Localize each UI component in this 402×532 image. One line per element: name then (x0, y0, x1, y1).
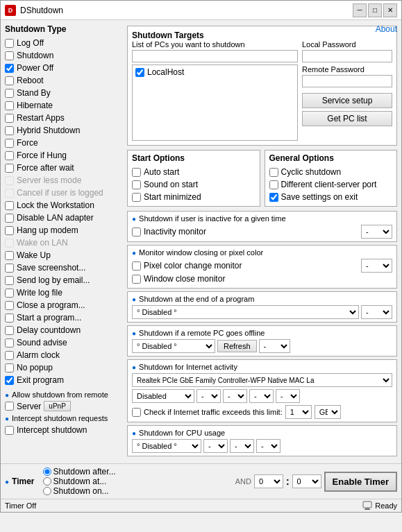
inactivity-monitor-item[interactable]: Inactivity monitor (132, 225, 206, 238)
list-item[interactable]: Hibernate (5, 99, 123, 112)
close-program-checkbox[interactable] (5, 301, 14, 310)
reboot-checkbox[interactable] (5, 76, 14, 85)
cpu-select4[interactable]: - (256, 439, 280, 453)
force-if-hung-checkbox[interactable] (5, 151, 14, 160)
cpu-select[interactable]: ° Disabled ° (132, 439, 201, 453)
program-end-select[interactable]: ° Disabled ° (132, 305, 359, 319)
local-password-input[interactable] (302, 50, 392, 62)
auto-start-checkbox[interactable] (132, 168, 141, 177)
about-link[interactable]: About (376, 24, 397, 34)
standby-checkbox[interactable] (5, 89, 14, 98)
list-item[interactable]: Save screenshot... (5, 261, 123, 274)
list-item[interactable]: Write log file (5, 286, 123, 299)
cyclic-shutdown-checkbox[interactable] (269, 168, 278, 177)
offline-select2[interactable]: - (259, 339, 290, 353)
restart-apps-checkbox[interactable] (5, 114, 14, 123)
service-setup-button[interactable]: Service setup (302, 93, 392, 108)
sound-on-start-checkbox[interactable] (132, 180, 141, 189)
list-item[interactable]: Exit program (5, 374, 123, 386)
list-item[interactable]: Force if Hung (5, 149, 123, 162)
inactivity-monitor-checkbox[interactable] (132, 228, 141, 237)
save-settings-item[interactable]: Save settings on exit (269, 191, 393, 203)
refresh-button[interactable]: Refresh (217, 340, 257, 352)
list-item[interactable]: Shutdown (5, 49, 123, 62)
start-minimized-checkbox[interactable] (132, 193, 141, 202)
list-item[interactable]: Send log by email... (5, 274, 123, 286)
list-item[interactable]: Hang up modem (5, 224, 123, 237)
list-item[interactable]: Lock the Workstation (5, 199, 123, 212)
maximize-button[interactable]: □ (368, 3, 382, 17)
internet-select2[interactable]: - (196, 389, 221, 403)
sound-on-start-item[interactable]: Sound on start (132, 178, 256, 191)
server-checkbox[interactable] (5, 402, 14, 411)
pixel-color-item[interactable]: Pixel color change monitor (132, 259, 242, 272)
list-item[interactable]: Reboot (5, 74, 123, 87)
diff-client-checkbox[interactable] (269, 180, 278, 189)
cpu-select2[interactable]: - (203, 439, 228, 453)
internet-select3[interactable]: - (223, 389, 247, 403)
list-item[interactable]: Sound advise (5, 336, 123, 349)
power-off-checkbox[interactable] (5, 64, 14, 73)
list-item[interactable]: Close a program... (5, 299, 123, 311)
list-item[interactable]: Force (5, 137, 123, 149)
window-close-checkbox[interactable] (132, 275, 141, 284)
list-item[interactable]: Wake Up (5, 249, 123, 261)
exit-program-checkbox[interactable] (5, 376, 14, 385)
pixel-color-checkbox[interactable] (132, 261, 141, 271)
send-log-checkbox[interactable] (5, 276, 14, 285)
shutdown-on-item[interactable]: Shutdown on... (43, 486, 116, 496)
pixel-color-select[interactable]: - (361, 259, 392, 273)
list-item[interactable]: Restart Apps (5, 112, 123, 124)
list-item[interactable]: No popup (5, 361, 123, 374)
internet-select4[interactable]: - (249, 389, 274, 403)
hibernate-checkbox[interactable] (5, 101, 14, 110)
inactivity-select[interactable]: - (361, 225, 392, 239)
shutdown-at-item[interactable]: Shutdown at... (43, 477, 116, 486)
hours-select[interactable]: 0 (254, 474, 283, 488)
minimize-button[interactable]: ─ (353, 3, 367, 17)
offline-select[interactable]: ° Disabled ° (132, 339, 215, 353)
remote-password-input[interactable] (302, 75, 392, 87)
list-item[interactable]: Hybrid Shutdown (5, 124, 123, 137)
shutdown-at-radio[interactable] (43, 477, 51, 486)
internet-select5[interactable]: - (276, 389, 300, 403)
list-item[interactable]: Power Off (5, 62, 123, 74)
list-item[interactable]: Force after wait (5, 162, 123, 174)
hybrid-shutdown-checkbox[interactable] (5, 126, 14, 135)
save-screenshot-checkbox[interactable] (5, 264, 14, 273)
intercept-cb-item[interactable]: Intercept shutdown (5, 424, 123, 436)
list-item[interactable]: Log Off (5, 37, 123, 49)
minutes-select[interactable]: 0 (292, 474, 321, 488)
list-item[interactable]: Delay countdown (5, 324, 123, 336)
alarm-clock-checkbox[interactable] (5, 351, 14, 360)
shutdown-after-item[interactable]: Shutdown after... (43, 467, 116, 477)
network-adapter-select[interactable]: Realtek PCIe GbE Family Controller-WFP N… (132, 373, 392, 387)
start-minimized-item[interactable]: Start minimized (132, 191, 256, 203)
write-log-checkbox[interactable] (5, 289, 14, 298)
window-close-item[interactable]: Window close monitor (132, 273, 392, 285)
wake-up-checkbox[interactable] (5, 251, 14, 260)
get-pc-list-button[interactable]: Get PC list (302, 111, 392, 126)
pc-input[interactable] (132, 50, 298, 62)
shutdown-after-radio[interactable] (43, 467, 51, 476)
diff-client-item[interactable]: Different client-server port (269, 178, 393, 191)
lock-workstation-checkbox[interactable] (5, 201, 14, 210)
close-button[interactable]: ✕ (383, 3, 397, 17)
list-item[interactable]: Disable LAN adapter (5, 212, 123, 224)
shutdown-checkbox[interactable] (5, 51, 14, 60)
list-item[interactable]: Start a program... (5, 311, 123, 324)
delay-countdown-checkbox[interactable] (5, 326, 14, 335)
force-after-wait-checkbox[interactable] (5, 164, 14, 173)
start-program-checkbox[interactable] (5, 314, 14, 323)
sound-advise-checkbox[interactable] (5, 338, 14, 347)
pc-list-box[interactable]: LocalHost (132, 65, 298, 141)
upnp-button[interactable]: uPnP (44, 401, 70, 411)
save-settings-checkbox[interactable] (269, 193, 278, 202)
log-off-checkbox[interactable] (5, 39, 14, 48)
internet-disabled-select[interactable]: Disabled (132, 389, 194, 403)
traffic-value-select[interactable]: 1 (285, 405, 312, 419)
force-checkbox[interactable] (5, 139, 14, 148)
list-item[interactable]: Stand By (5, 87, 123, 99)
disable-lan-checkbox[interactable] (5, 214, 14, 223)
cyclic-shutdown-item[interactable]: Cyclic shutdown (269, 166, 393, 178)
